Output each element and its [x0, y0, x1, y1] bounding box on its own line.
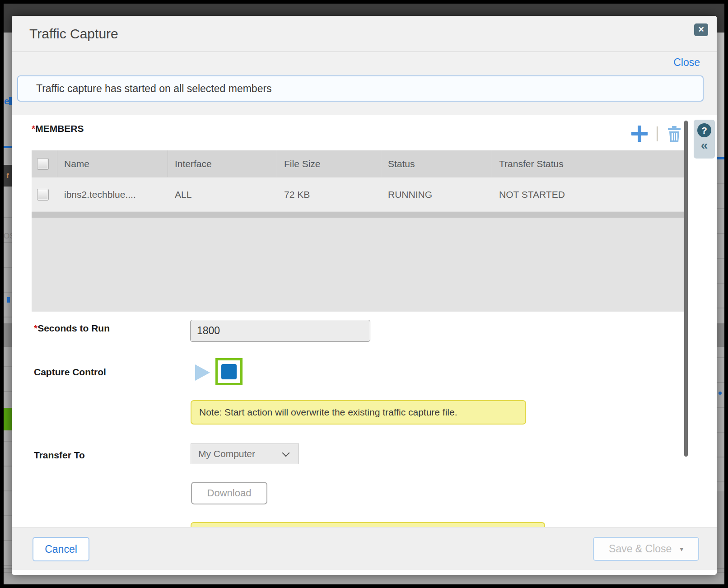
table-row[interactable]: ibns2.techblue.... ALL 72 KB RUNNING NOT… [32, 178, 684, 211]
stop-capture-highlight[interactable] [215, 358, 243, 385]
save-close-label: Save & Close [609, 543, 672, 555]
members-table: Name Interface File Size Status Transfer… [32, 150, 684, 312]
row-checkbox-cell [32, 178, 57, 211]
required-asterisk: * [34, 323, 37, 333]
status-banner: Traffic capture has started on all selec… [17, 75, 704, 102]
required-asterisk: * [32, 123, 35, 134]
dialog-subheader: Close Traffic capture has started on all… [12, 52, 717, 115]
transfer-to-select[interactable]: My Computer [191, 443, 299, 464]
start-capture-icon[interactable] [195, 364, 210, 381]
cancel-button[interactable]: Cancel [33, 537, 89, 561]
download-button[interactable]: Download [191, 482, 267, 504]
help-icon[interactable]: ? [697, 123, 711, 137]
background-dark-band [716, 323, 724, 347]
column-header-name[interactable]: Name [57, 150, 168, 177]
delete-member-icon[interactable] [667, 126, 681, 142]
clipped-note [191, 522, 545, 527]
row-status: RUNNING [381, 178, 492, 211]
background-blue-line [4, 146, 12, 148]
dialog-header: Traffic Capture ✕ [12, 16, 717, 52]
dialog-title: Traffic Capture [29, 16, 118, 52]
row-checkbox[interactable] [37, 189, 49, 201]
save-close-button[interactable]: Save & Close ▾ [593, 537, 699, 561]
members-table-header: Name Interface File Size Status Transfer… [32, 150, 684, 177]
capture-control-label: Capture Control [34, 367, 106, 378]
horizontal-scrollbar[interactable] [32, 212, 684, 218]
background-link-fragment: e [4, 96, 9, 107]
seconds-label-text: Seconds to Run [37, 323, 110, 333]
transfer-to-value: My Computer [198, 448, 255, 459]
vertical-scrollbar[interactable] [684, 121, 688, 457]
members-label-text: MEMBERS [35, 123, 84, 134]
background-blue-dot [719, 392, 722, 395]
background-tab-fragment: f [4, 165, 12, 187]
members-section-label: *MEMBERS [32, 123, 84, 134]
collapse-panel-icon[interactable]: « [694, 138, 715, 153]
screen: e f OS Traffic Capture ✕ Close Traffic c [0, 0, 728, 588]
row-interface: ALL [168, 178, 277, 211]
traffic-capture-dialog: Traffic Capture ✕ Close Traffic capture … [12, 16, 717, 575]
background-dark-band [4, 323, 12, 347]
chevron-down-icon [282, 449, 290, 457]
row-transfer-status: NOT STARTED [492, 178, 684, 211]
transfer-to-label: Transfer To [34, 450, 85, 461]
column-header-interface[interactable]: Interface [168, 150, 277, 177]
row-name: ibns2.techblue.... [57, 178, 168, 211]
background-green-row [4, 408, 12, 430]
close-icon[interactable]: ✕ [694, 23, 708, 36]
background-right-strip [716, 33, 724, 571]
seconds-to-run-input[interactable] [190, 320, 370, 342]
help-panel: ? « [694, 120, 715, 159]
column-header-file-size[interactable]: File Size [277, 150, 381, 177]
header-checkbox-cell [32, 150, 57, 177]
toolbar-separator [657, 126, 658, 141]
background-row-lines [4, 193, 12, 577]
background-blue-dash [7, 297, 10, 303]
dialog-footer: Cancel Save & Close ▾ [12, 527, 717, 570]
column-header-status[interactable]: Status [381, 150, 492, 177]
background-darker-rows [716, 491, 724, 573]
overwrite-note: Note: Start action will overwrite the ex… [191, 400, 526, 425]
column-header-transfer-status[interactable]: Transfer Status [492, 150, 684, 177]
save-close-caret-icon: ▾ [680, 545, 683, 553]
row-file-size: 72 KB [277, 178, 381, 211]
background-light-area [716, 33, 724, 159]
close-link[interactable]: Close [673, 56, 700, 69]
select-all-checkbox[interactable] [37, 158, 49, 170]
seconds-to-run-label: *Seconds to Run [34, 323, 110, 334]
background-left-strip: e f OS [4, 33, 12, 571]
dialog-body: *MEMBERS Name Interf [12, 115, 717, 527]
stop-capture-icon[interactable] [221, 364, 237, 379]
add-member-icon[interactable] [631, 126, 648, 142]
